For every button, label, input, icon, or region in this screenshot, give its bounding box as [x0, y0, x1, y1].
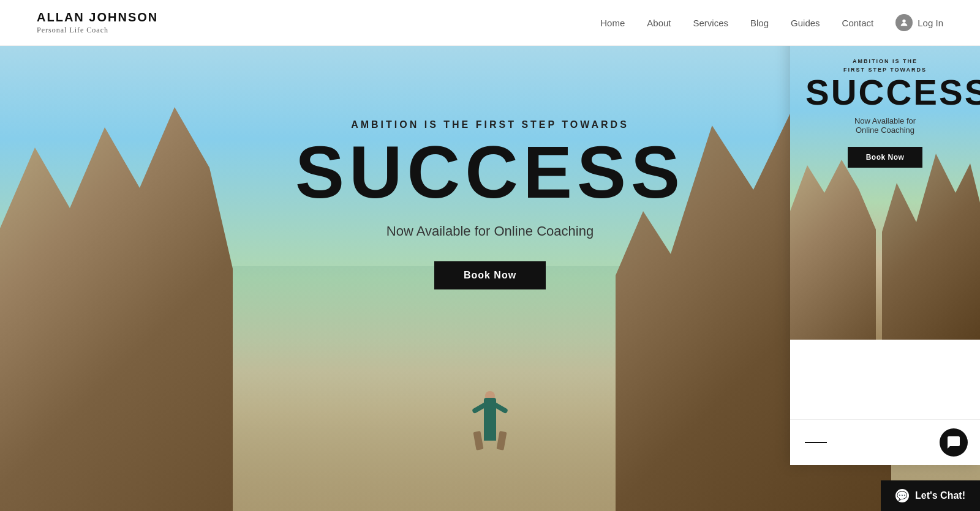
nav-guides[interactable]: Guides: [791, 18, 820, 28]
mobile-chat-icon[interactable]: [940, 428, 968, 457]
hero-title: SUCCESS: [276, 135, 704, 209]
hero-subtitle: Now Available for Online Coaching: [276, 223, 704, 239]
mobile-footer: [790, 419, 980, 465]
nav-contact[interactable]: Contact: [842, 18, 874, 28]
main-nav: Home About Services Blog Guides Contact …: [600, 14, 943, 31]
mobile-book-now-button[interactable]: Book Now: [848, 147, 923, 168]
login-label: Log In: [918, 18, 943, 28]
nav-about[interactable]: About: [647, 18, 671, 28]
site-header: ALLAN JOHNSON Personal Life Coach Home A…: [0, 0, 980, 46]
svg-point-0: [903, 20, 906, 23]
nav-home[interactable]: Home: [600, 18, 625, 28]
mobile-tagline-line1: AMBITION IS THE: [805, 58, 965, 64]
hero-tagline: AMBITION IS THE FIRST STEP TOWARDS: [276, 119, 704, 130]
rock-left: [0, 107, 233, 511]
login-button[interactable]: Log In: [895, 14, 943, 31]
hero-text-block: AMBITION IS THE FIRST STEP TOWARDS SUCCE…: [276, 119, 704, 289]
mobile-footer-line: [805, 442, 827, 443]
brand: ALLAN JOHNSON Personal Life Coach: [37, 10, 158, 35]
mobile-hero-text: AMBITION IS THE FIRST STEP TOWARDS SUCCE…: [805, 58, 965, 168]
mobile-preview-panel: ALLAN JOHNSON Personal Life Coach ☰ AMBI…: [790, 0, 980, 465]
mobile-hero: AMBITION IS THE FIRST STEP TOWARDS SUCCE…: [790, 34, 980, 340]
lets-chat-button[interactable]: Let's Chat!: [881, 480, 980, 511]
chat-bubble-icon: [895, 489, 909, 502]
book-now-button[interactable]: Book Now: [434, 261, 546, 289]
brand-name: ALLAN JOHNSON: [37, 10, 158, 24]
mobile-hero-title: SUCCESS: [805, 75, 965, 109]
lets-chat-label: Let's Chat!: [915, 490, 965, 501]
brand-subtitle: Personal Life Coach: [37, 26, 108, 35]
nav-blog[interactable]: Blog: [750, 18, 769, 28]
person-body: [484, 398, 496, 441]
mobile-subtitle-line1: Now Available for Online Coaching: [805, 116, 965, 135]
user-icon: [895, 14, 913, 31]
nav-services[interactable]: Services: [693, 18, 728, 28]
person-figure: [472, 361, 508, 441]
